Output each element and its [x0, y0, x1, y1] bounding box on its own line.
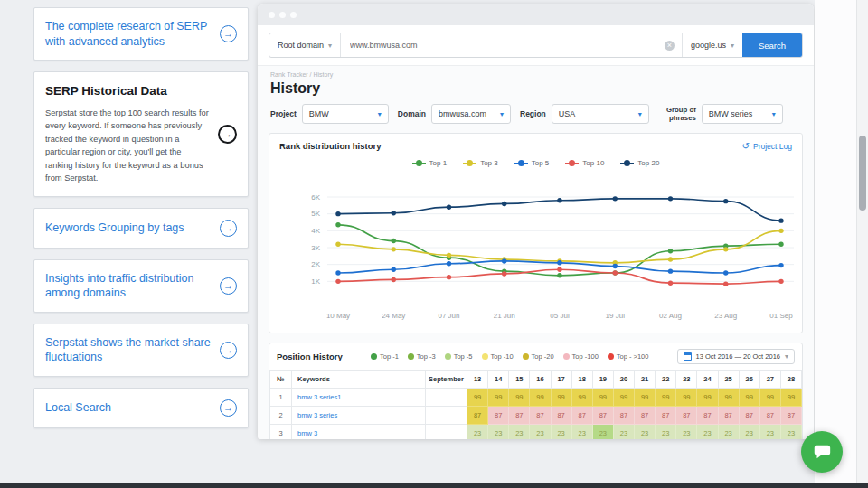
column-header: 15: [509, 371, 530, 389]
position-cell: 99: [656, 389, 676, 407]
page-gutter: [815, 0, 856, 488]
position-cell: 87: [656, 407, 676, 425]
column-header: 19: [592, 371, 613, 389]
column-header: 14: [488, 371, 509, 389]
column-header: 18: [571, 371, 592, 389]
feature-card-serp-historical-data[interactable]: SERP Historical Data Serpstat store the …: [33, 71, 249, 197]
chevron-down-icon: [378, 109, 382, 118]
chat-button[interactable]: [801, 431, 843, 473]
position-cell: 87: [613, 407, 634, 425]
filter-project: Project BMW: [270, 104, 389, 124]
position-cell: 87: [592, 407, 613, 425]
position-cell: 87: [780, 407, 801, 425]
feature-title: Insights into traffic distribution among…: [45, 271, 211, 301]
svg-text:4K: 4K: [311, 227, 320, 235]
position-cell: 87: [635, 407, 656, 425]
arrow-right-icon[interactable]: [220, 342, 237, 359]
keyword-link[interactable]: bmw 3 series1: [292, 389, 426, 407]
svg-text:6K: 6K: [311, 193, 320, 202]
project-log-link[interactable]: Project Log: [742, 141, 792, 151]
position-cell: 87: [718, 407, 739, 425]
scrollbar-thumb[interactable]: [859, 136, 866, 211]
region-select[interactable]: USA: [552, 104, 649, 124]
chevron-down-icon: [785, 352, 788, 361]
position-cell: 87: [697, 407, 718, 425]
arrow-right-icon[interactable]: [218, 125, 237, 144]
app-window: Root domain google.us Search Rank Tracke…: [258, 4, 814, 439]
position-cell: 23: [509, 425, 530, 440]
clear-icon[interactable]: [665, 41, 675, 51]
domain-select[interactable]: bmwusa.com: [431, 104, 511, 124]
feature-card-keywords-grouping[interactable]: Keywords Grouping by tags: [33, 208, 249, 249]
date-range-picker[interactable]: 13 Oct 2016 — 20 Oct 2016: [677, 349, 795, 364]
chart-legend: Top 1Top 3Top 5Top 10Top 20: [269, 154, 802, 172]
filter-domain: Domain bmwusa.com: [398, 104, 511, 124]
window-dot-icon: [290, 12, 297, 18]
feature-card-market-share[interactable]: Serpstat shows the market share fluctuat…: [33, 324, 249, 377]
scrollbar[interactable]: [856, 0, 868, 488]
calendar-icon: [684, 352, 692, 361]
svg-text:2K: 2K: [311, 260, 320, 268]
keyword-link[interactable]: bmw 3 series: [292, 407, 426, 425]
legend-item-top-20: Top 20: [620, 159, 659, 167]
position-cell: 99: [592, 389, 613, 407]
table-row: 2bmw 3 series878787878787878787878787878…: [270, 407, 802, 425]
column-header: 20: [613, 371, 634, 389]
september-cell: [426, 425, 467, 440]
position-cell: 99: [509, 389, 530, 407]
section-title: Rank distribution history: [279, 141, 381, 151]
filter-label: Domain: [398, 109, 426, 118]
position-cell: 87: [467, 407, 488, 425]
window-chrome: [258, 4, 814, 25]
window-dot-icon: [269, 12, 275, 18]
group-of-phrases-value: BMW series: [709, 109, 753, 118]
position-cell: 99: [530, 389, 551, 407]
search-scope-select[interactable]: Root domain: [269, 33, 341, 57]
chevron-down-icon: [638, 109, 642, 118]
arrow-right-icon[interactable]: [220, 25, 237, 42]
position-cell: 99: [635, 389, 656, 407]
window-dot-icon: [279, 12, 286, 18]
position-cell: 23: [488, 425, 509, 440]
arrow-right-icon[interactable]: [220, 399, 237, 417]
column-header: 22: [656, 371, 676, 389]
rank-distribution-chart: 1K2K3K4K5K6K10 May24 May07 Jun21 Jun05 J…: [269, 172, 802, 333]
search-input[interactable]: [348, 40, 659, 51]
position-cell: 23: [551, 425, 571, 440]
row-number: 2: [270, 407, 292, 425]
arrow-right-icon[interactable]: [220, 220, 237, 237]
feature-sidebar: The complete research of SERP with advan…: [33, 7, 249, 439]
position-cell: 23: [530, 425, 551, 440]
keyword-link[interactable]: bmw 3: [292, 425, 426, 440]
feature-card-serp-research[interactable]: The complete research of SERP with advan…: [33, 7, 249, 61]
search-scope-value: Root domain: [278, 41, 324, 50]
position-cell: 23: [718, 425, 739, 440]
position-cell: 87: [571, 407, 592, 425]
position-cell: 99: [613, 389, 634, 407]
chevron-down-icon: [772, 109, 776, 118]
group-of-phrases-select[interactable]: BMW series: [702, 104, 783, 124]
position-cell: 87: [739, 407, 760, 425]
domain-select-value: bmwusa.com: [439, 109, 486, 118]
feature-card-local-search[interactable]: Local Search: [33, 388, 249, 428]
table-row: 1bmw 3 series199999999999999999999999999…: [270, 389, 802, 407]
position-cell: 99: [676, 389, 697, 407]
position-cell: 23: [635, 425, 656, 440]
column-header: 27: [760, 371, 780, 389]
legend-item-top-3: Top -3: [408, 352, 436, 361]
position-cell: 99: [760, 389, 780, 407]
project-log-label: Project Log: [753, 142, 792, 151]
september-cell: [426, 407, 467, 425]
search-button[interactable]: Search: [742, 33, 802, 57]
arrow-right-icon[interactable]: [220, 277, 237, 295]
svg-text:1K: 1K: [311, 277, 320, 286]
project-select[interactable]: BMW: [302, 104, 389, 124]
svg-text:01 Sep: 01 Sep: [769, 312, 793, 320]
legend-item-top-5: Top -5: [445, 352, 473, 361]
position-cell: 23: [613, 425, 634, 440]
filters-row: Project BMW Domain bmwusa.com Region: [270, 104, 801, 124]
position-cell: 99: [551, 389, 571, 407]
feature-card-traffic-distribution[interactable]: Insights into traffic distribution among…: [33, 259, 249, 313]
search-engine-select[interactable]: google.us: [682, 33, 742, 57]
position-cell: 99: [571, 389, 592, 407]
